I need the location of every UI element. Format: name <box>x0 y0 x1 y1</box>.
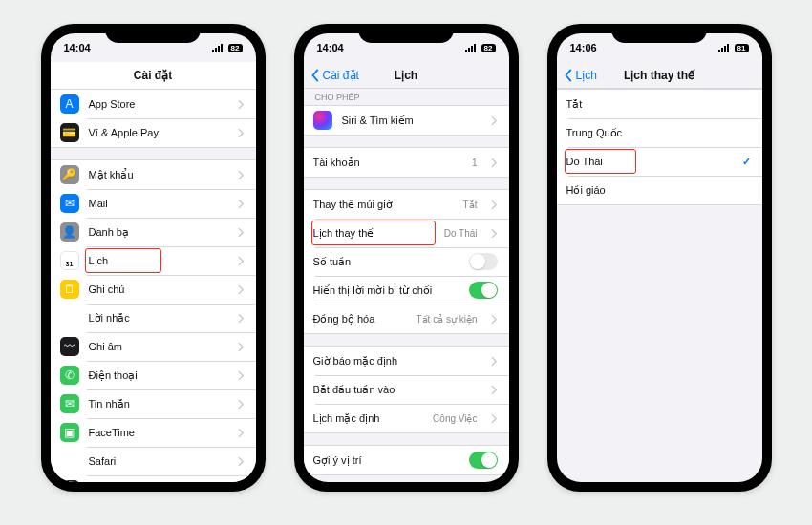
svg-rect-5 <box>468 48 470 52</box>
phone-calendar-settings: 14:04 82 Cài đặt Lịch CHO PHÉP Siri & Tì… <box>294 24 519 492</box>
chevron-right-icon <box>491 385 498 395</box>
chevron-right-icon <box>491 200 498 210</box>
settings-row[interactable]: Lịch mặc địnhCông Việc <box>304 404 509 432</box>
nav-bar: Lịch Lịch thay thế <box>557 62 762 89</box>
toggle[interactable] <box>469 253 498 270</box>
settings-row[interactable]: A App Store <box>51 90 256 118</box>
page-title: Cài đặt <box>134 69 172 82</box>
stocks-icon: 📈 <box>60 480 79 482</box>
svg-rect-8 <box>718 50 720 52</box>
phone-icon: ✆ <box>60 366 79 385</box>
back-button[interactable]: Lịch <box>565 62 597 88</box>
status-time: 14:06 <box>570 42 597 53</box>
option-row[interactable]: Tắt <box>557 90 762 118</box>
settings-row[interactable]: Lịch thay thếDo Thái <box>304 219 509 247</box>
chevron-right-icon <box>491 413 498 424</box>
settings-row-notes[interactable]: 🗒 Ghi chú <box>51 275 256 304</box>
nav-bar: Cài đặt Lịch <box>304 62 509 89</box>
settings-row-contacts[interactable]: 👤 Danh bạ <box>51 218 256 246</box>
settings-row-safari[interactable]: ✦ Safari <box>51 447 256 475</box>
svg-rect-6 <box>471 46 473 52</box>
chevron-right-icon <box>238 342 245 352</box>
settings-row-reminders[interactable]: ☑ Lời nhắc <box>51 304 256 332</box>
settings-row-messages[interactable]: ✉ Tin nhắn <box>51 389 256 418</box>
settings-row[interactable]: 💳 Ví & Apple Pay <box>51 118 256 147</box>
row-accounts[interactable]: Tài khoản 1 <box>304 148 509 177</box>
nav-bar: Cài đặt <box>51 62 256 89</box>
calendar-icon: 31 <box>60 251 79 270</box>
notes-icon: 🗒 <box>60 280 79 299</box>
battery-badge: 82 <box>481 44 496 52</box>
chevron-right-icon <box>238 256 245 266</box>
appstore-icon: A <box>60 94 79 114</box>
chevron-right-icon <box>491 116 498 126</box>
voice-icon: 〰 <box>60 337 79 356</box>
settings-row[interactable]: Bắt đầu tuần vào <box>304 375 509 404</box>
battery-badge: 81 <box>735 44 749 52</box>
settings-row: Gợi ý vị trí <box>304 446 509 474</box>
svg-rect-9 <box>721 48 723 52</box>
settings-row-voice[interactable]: 〰 Ghi âm <box>51 332 256 361</box>
settings-row[interactable]: Thay thế múi giờTắt <box>304 190 509 219</box>
chevron-right-icon <box>238 399 245 410</box>
wallet-icon: 💳 <box>60 123 79 142</box>
svg-rect-1 <box>215 48 217 52</box>
settings-row-calendar[interactable]: 31 Lịch <box>51 246 256 275</box>
svg-rect-3 <box>221 44 223 52</box>
chevron-right-icon <box>238 284 245 295</box>
settings-row-mail[interactable]: ✉ Mail <box>51 189 256 218</box>
svg-rect-4 <box>465 50 467 52</box>
option-row[interactable]: Do Thái ✓ <box>557 147 762 176</box>
chevron-right-icon <box>238 170 245 180</box>
page-title: Lịch thay thế <box>624 69 694 82</box>
chevron-right-icon <box>238 313 245 324</box>
settings-row[interactable]: Giờ báo mặc định <box>304 346 509 375</box>
svg-rect-0 <box>212 50 214 52</box>
signal-icon <box>465 44 479 52</box>
option-row[interactable]: Hồi giáo <box>557 176 762 204</box>
battery-badge: 82 <box>228 44 243 52</box>
back-button[interactable]: Cài đặt <box>311 62 359 88</box>
toggle[interactable] <box>469 282 498 299</box>
chevron-right-icon <box>491 356 498 367</box>
check-icon: ✓ <box>742 156 751 168</box>
settings-row[interactable]: Đồng bộ hóaTất cả sự kiện <box>304 304 509 333</box>
toggle[interactable] <box>469 452 498 469</box>
chevron-right-icon <box>491 228 498 239</box>
contacts-icon: 👤 <box>60 222 79 242</box>
settings-row-key[interactable]: 🔑 Mật khẩu <box>51 160 256 189</box>
svg-rect-10 <box>724 46 726 52</box>
reminders-icon: ☑ <box>60 308 79 327</box>
status-time: 14:04 <box>64 42 91 53</box>
svg-rect-2 <box>218 46 220 52</box>
safari-icon: ✦ <box>60 452 79 471</box>
chevron-right-icon <box>238 128 245 138</box>
key-icon: 🔑 <box>60 165 79 184</box>
settings-row: Số tuần <box>304 247 509 276</box>
chevron-right-icon <box>238 428 245 438</box>
settings-row-phone[interactable]: ✆ Điện thoại <box>51 361 256 389</box>
chevron-right-icon <box>238 99 245 110</box>
svg-rect-7 <box>474 44 476 52</box>
section-header: CHO PHÉP <box>304 89 509 105</box>
chevron-right-icon <box>238 199 245 209</box>
row-siri[interactable]: Siri & Tìm kiếm <box>304 106 509 135</box>
settings-row: Hiển thị lời mời bị từ chối <box>304 276 509 304</box>
mail-icon: ✉ <box>60 194 79 213</box>
signal-icon <box>718 44 732 52</box>
phone-settings: 14:04 82 Cài đặt A App Store 💳 Ví & Appl… <box>41 24 266 492</box>
svg-rect-11 <box>727 44 729 52</box>
chevron-right-icon <box>238 227 245 238</box>
chevron-right-icon <box>238 456 245 467</box>
signal-icon <box>212 44 225 52</box>
option-row[interactable]: Trung Quốc <box>557 118 762 147</box>
settings-row-stocks[interactable]: 📈 Chứng khoán <box>51 475 256 482</box>
siri-icon <box>313 111 332 130</box>
chevron-right-icon <box>238 370 245 381</box>
facetime-icon: ▣ <box>60 423 79 442</box>
page-title: Lịch <box>395 69 417 82</box>
settings-row-facetime[interactable]: ▣ FaceTime <box>51 418 256 447</box>
messages-icon: ✉ <box>60 394 79 413</box>
chevron-right-icon <box>491 314 498 325</box>
phone-alternate-calendar: 14:06 81 Lịch Lịch thay thế Tắt Trung Qu… <box>547 24 772 492</box>
